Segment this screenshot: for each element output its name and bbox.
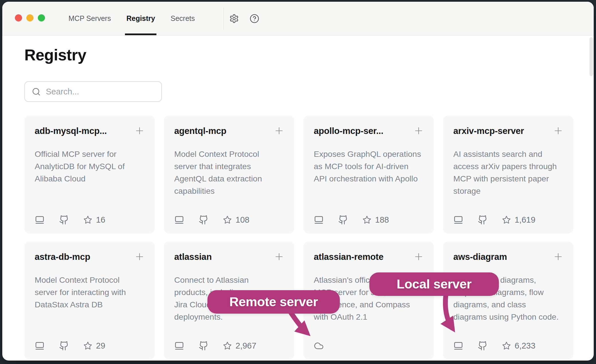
- card-footer: [314, 341, 424, 351]
- description-line: MCP server for Jira,: [314, 286, 424, 298]
- traffic-lights: [15, 14, 45, 21]
- server-card[interactable]: atlassian-remote Atlassian's officialMCP…: [303, 242, 434, 359]
- server-card[interactable]: astra-db-mcp Model Context Protocolserve…: [24, 242, 155, 359]
- add-server-button[interactable]: [134, 125, 145, 137]
- star-count: 16: [96, 215, 105, 225]
- description-line: Create AWS diagrams,: [453, 274, 564, 286]
- server-name: astra-db-mcp: [35, 252, 90, 262]
- add-server-button[interactable]: [413, 125, 424, 137]
- star-icon: [502, 215, 511, 224]
- plus-icon: [553, 251, 564, 262]
- description-line: server for interacting with: [35, 286, 145, 298]
- star-count: 6,233: [515, 341, 536, 351]
- add-server-button[interactable]: [413, 251, 424, 263]
- github-icon: [199, 341, 209, 351]
- laptop-icon: [453, 215, 463, 225]
- zoom-window-button[interactable]: [38, 14, 45, 21]
- description-line: Exposes GraphQL operations: [314, 148, 424, 160]
- help-icon: [250, 14, 259, 23]
- card-footer: 1,619: [453, 215, 564, 225]
- description-line: storage: [453, 185, 564, 197]
- tab-mcp-servers[interactable]: MCP Servers: [68, 2, 112, 35]
- laptop-icon: [174, 341, 184, 351]
- add-server-button[interactable]: [274, 251, 285, 263]
- description-line: Official MCP server for: [35, 148, 145, 160]
- description-line: access arXiv papers through: [453, 160, 564, 173]
- card-footer: 16: [35, 215, 145, 225]
- app-window: MCP Servers Registry Secrets Registry: [2, 2, 594, 361]
- star-count: 1,619: [515, 215, 536, 225]
- plus-icon: [413, 125, 424, 136]
- description-line: DataStax Astra DB: [35, 298, 145, 311]
- server-description: Atlassian's officialMCP server for Jira,…: [314, 274, 424, 323]
- main-tabs: MCP Servers Registry Secrets: [68, 2, 196, 35]
- description-line: with OAuth 2.1: [314, 311, 424, 323]
- star-icon: [362, 215, 371, 224]
- star-rating: 6,233: [502, 341, 536, 351]
- server-name: apollo-mcp-ser...: [314, 126, 383, 136]
- help-button[interactable]: [248, 12, 261, 25]
- description-line: sequence diagrams, flow: [453, 286, 564, 298]
- card-footer: 188: [314, 215, 424, 225]
- minimize-window-button[interactable]: [26, 14, 34, 21]
- plus-icon: [274, 251, 285, 262]
- cloud-icon: [314, 341, 324, 351]
- server-description: Create AWS diagrams,sequence diagrams, f…: [453, 274, 564, 323]
- add-server-button[interactable]: [553, 125, 564, 137]
- server-description: Official MCP server forAnalyticDB for My…: [35, 148, 145, 185]
- plus-icon: [413, 251, 424, 262]
- server-name: adb-mysql-mcp...: [35, 126, 107, 136]
- server-card[interactable]: arxiv-mcp-server AI assistants search an…: [443, 116, 573, 234]
- settings-button[interactable]: [228, 12, 241, 25]
- add-server-button[interactable]: [274, 125, 285, 137]
- description-line: as MCP tools for AI-driven: [314, 160, 424, 173]
- server-description: AI assistants search andaccess arXiv pap…: [453, 148, 564, 197]
- titlebar: MCP Servers Registry Secrets: [2, 2, 594, 35]
- github-icon: [478, 215, 488, 225]
- description-line: AI assistants search and: [453, 148, 564, 160]
- server-description: Connect to Atlassianproducts, includingJ…: [174, 274, 285, 323]
- description-line: MCP with persistent paper: [453, 173, 564, 185]
- search-box[interactable]: [24, 81, 162, 102]
- close-window-button[interactable]: [15, 14, 22, 21]
- star-rating: 108: [223, 215, 249, 225]
- laptop-icon: [174, 215, 184, 225]
- tab-secrets[interactable]: Secrets: [170, 2, 196, 35]
- toolbar-divider: [223, 7, 224, 30]
- description-line: AnalyticDB for MySQL of: [35, 160, 145, 173]
- add-server-button[interactable]: [134, 251, 145, 263]
- star-count: 188: [375, 215, 389, 225]
- description-line: diagrams, and class: [453, 298, 564, 311]
- star-rating: 1,619: [502, 215, 536, 225]
- tab-registry[interactable]: Registry: [126, 2, 156, 35]
- star-icon: [502, 341, 511, 350]
- card-footer: 108: [174, 215, 285, 225]
- search-input[interactable]: [46, 87, 154, 96]
- plus-icon: [274, 125, 285, 136]
- server-card[interactable]: atlassian Connect to Atlassianproducts, …: [164, 242, 294, 359]
- vertical-scrollbar[interactable]: [589, 37, 593, 76]
- plus-icon: [553, 125, 564, 136]
- server-description: Exposes GraphQL operationsas MCP tools f…: [314, 148, 424, 185]
- add-server-button[interactable]: [553, 251, 564, 263]
- description-line: server that integrates: [174, 160, 285, 173]
- server-name: aws-diagram: [453, 252, 507, 262]
- laptop-icon: [314, 215, 324, 225]
- star-icon: [223, 341, 232, 350]
- server-card-grid: adb-mysql-mcp... Official MCP server for…: [24, 116, 594, 359]
- card-footer: 29: [35, 341, 145, 351]
- github-icon: [478, 341, 488, 351]
- gear-icon: [229, 14, 239, 23]
- server-card[interactable]: adb-mysql-mcp... Official MCP server for…: [24, 116, 155, 234]
- star-count: 108: [236, 215, 249, 225]
- description-line: Model Context Protocol: [174, 148, 285, 160]
- description-line: Alibaba Cloud: [35, 173, 145, 185]
- description-line: Jira Cloud and Server: [174, 298, 285, 311]
- server-name: atlassian: [174, 252, 212, 262]
- server-description: Model Context Protocolserver that integr…: [174, 148, 285, 197]
- description-line: Connect to Atlassian: [174, 274, 285, 286]
- description-line: Model Context Protocol: [35, 274, 145, 286]
- server-card[interactable]: agentql-mcp Model Context Protocolserver…: [164, 116, 294, 234]
- server-card[interactable]: aws-diagram Create AWS diagrams,sequence…: [443, 242, 573, 359]
- server-card[interactable]: apollo-mcp-ser... Exposes GraphQL operat…: [303, 116, 434, 234]
